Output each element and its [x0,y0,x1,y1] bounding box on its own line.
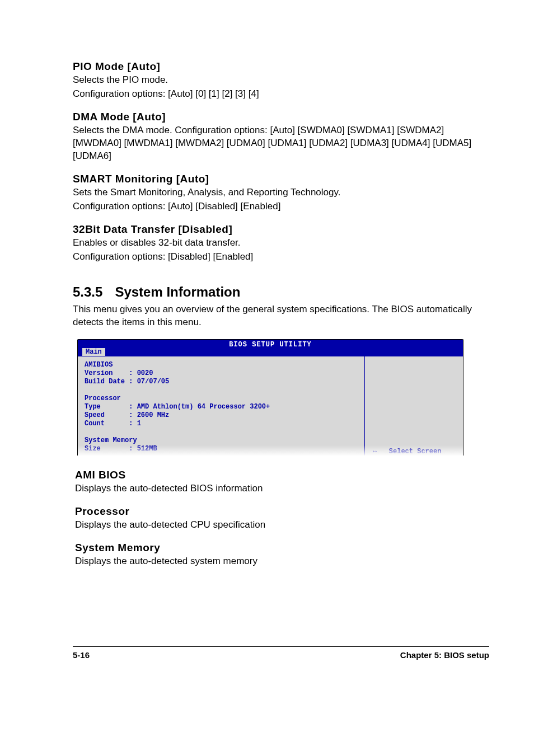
pio-mode-desc-1: Selects the PIO mode. [73,74,489,87]
bios-info-panel: AMIBIOS Version : 0020 Build Date : 07/0… [78,356,364,456]
system-memory-heading: System Memory [75,542,489,554]
bios-header: BIOS SETUP UTILITY Main [78,340,463,356]
pio-mode-desc-2: Configuration options: [Auto] [0] [1] [2… [73,88,489,101]
bios-title: BIOS SETUP UTILITY [78,340,463,349]
transfer-heading: 32Bit Data Transfer [Disabled] [73,223,489,236]
smart-desc-2: Configuration options: [Auto] [Disabled]… [73,200,489,213]
dma-mode-heading: DMA Mode [Auto] [73,111,489,123]
legend-select-screen: Select Screen [389,448,442,456]
page-number: 5-16 [73,650,90,660]
system-memory-desc: Displays the auto-detected system memory [75,555,489,568]
section-intro: This menu gives you an overview of the g… [73,303,489,329]
dma-mode-desc: Selects the DMA mode. Configuration opti… [73,124,489,163]
transfer-desc-1: Enables or disables 32-bit data transfer… [73,237,489,250]
page-footer: 5-16 Chapter 5: BIOS setup [73,646,489,660]
smart-desc-1: Sets the Smart Monitoring, Analysis, and… [73,186,489,199]
section-number: 5.3.5 [73,284,102,299]
section-heading: 5.3.5System Information [73,284,489,300]
ami-bios-desc: Displays the auto-detected BIOS informat… [75,482,489,495]
ami-bios-heading: AMI BIOS [75,469,489,481]
smart-heading: SMART Monitoring [Auto] [73,173,489,185]
bios-legend-panel: ↔ Select Screen [365,356,463,456]
legend-arrow-icon: ↔ [373,448,377,456]
pio-mode-heading: PIO Mode [Auto] [73,60,489,73]
bios-screenshot: BIOS SETUP UTILITY Main AMIBIOS Version … [77,339,463,456]
chapter-label: Chapter 5: BIOS setup [400,650,489,660]
bios-tab-main: Main [82,348,105,356]
transfer-desc-2: Configuration options: [Disabled] [Enabl… [73,251,489,264]
section-title: System Information [115,284,240,299]
processor-desc: Displays the auto-detected CPU specifica… [75,519,489,532]
processor-heading: Processor [75,505,489,518]
